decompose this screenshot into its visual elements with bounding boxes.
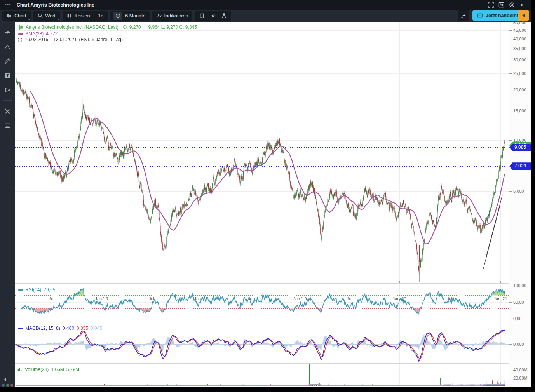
ohlc-values: O: 9,270 H: 9,964 L: 9,270 C: 9,345: [123, 24, 197, 30]
level-price-tag-1[interactable]: 9,085: [509, 144, 531, 151]
axis-tick-label: 15,000: [509, 108, 526, 113]
chart-menu-button[interactable]: Chart: [2, 11, 31, 21]
candles-icon: [67, 13, 72, 18]
horizontal-line-tool-icon[interactable]: [3, 28, 12, 37]
chart-tools-group: [195, 11, 231, 21]
theme-contrast-icon[interactable]: ◐: [4, 376, 8, 383]
axis-tick-label: 0,00: [509, 316, 521, 321]
drawing-sidebar: ◐: [0, 22, 15, 387]
flask-icon[interactable]: [218, 11, 229, 21]
triangle-tool-icon[interactable]: [3, 42, 12, 51]
volume-legend: Volume(28) 1,66M5,79M: [16, 366, 82, 373]
sidebar-divider: [3, 100, 12, 101]
candle-type-button: Kerzen: [75, 13, 90, 19]
main-toolbar: Chart Wert Kerzen 1d 6 Monate fx Indikat…: [0, 10, 531, 22]
axis-tick-label: 20,000: [509, 87, 526, 92]
bookmark-icon[interactable]: [197, 11, 207, 21]
price-axis[interactable]: 9,345 9,085 7,029 50,00045,00040,00035,0…: [509, 22, 531, 387]
axis-tick-label: 35,000: [509, 46, 526, 51]
settings-tools-icon[interactable]: [3, 106, 12, 116]
candles-icon: [18, 25, 23, 30]
clock-icon: [113, 12, 122, 20]
instrument-legend: Amyris Biotechnologies Inc. (NASDAQ, Las…: [17, 24, 200, 30]
axis-tick-label: 0,000: [509, 342, 524, 347]
axis-tick-label: 50,000: [509, 20, 526, 25]
collapse-panel-button[interactable]: [518, 10, 529, 21]
trade-now-button[interactable]: Jetzt handeln!: [472, 10, 523, 21]
axis-tick-label: 40,00M: [509, 368, 528, 372]
record-icon[interactable]: [508, 2, 515, 9]
fx-icon: fx: [157, 13, 161, 19]
palette-dot-red[interactable]: [10, 384, 13, 387]
axis-tick-label: 50,00: [509, 300, 524, 305]
rsi-dash-icon: [18, 289, 23, 291]
axis-tick-label: 20,00M: [509, 376, 528, 380]
clock-icon: [17, 37, 23, 42]
window-title: Chart Amyris Biotechnologies Inc: [17, 2, 94, 8]
sma-legend: SMA(38)4,772: [17, 31, 60, 37]
palette-dot-blue[interactable]: [2, 384, 5, 387]
level-price-tag-2[interactable]: 7,029: [509, 162, 531, 170]
macd-dash-icon: [18, 328, 23, 329]
axis-tick-label: 45,000: [509, 28, 526, 33]
trend-lines-tool-icon[interactable]: [3, 56, 12, 66]
chart-app: ••• Chart Amyris Biotechnologies Inc × C…: [0, 0, 535, 392]
snap-line-icon[interactable]: [207, 11, 218, 21]
macd-legend: MACD(12, 15, 8) 0,400 0,355 0,045: [17, 325, 105, 331]
window-menu-icon[interactable]: •••: [5, 2, 11, 8]
edit-annotation-tool-icon[interactable]: [3, 85, 12, 94]
axis-tick-label: 25,000: [509, 71, 526, 76]
window-titlebar: ••• Chart Amyris Biotechnologies Inc ×: [0, 0, 531, 10]
layout-panels-icon[interactable]: [3, 121, 12, 130]
axis-tick-label: 5,000: [509, 189, 524, 193]
close-icon[interactable]: ×: [519, 2, 526, 9]
main-chart-canvas[interactable]: [15, 22, 509, 387]
axis-tick-label: 100,00: [509, 283, 526, 288]
range-button[interactable]: 6 Monate: [110, 11, 150, 21]
volume-bars-icon: [17, 367, 23, 372]
axis-tick-label: 30,000: [509, 57, 526, 62]
daterange-legend: 19.02.2016 – 13.01.2021 (EST, 5 Jahre, 1…: [16, 37, 125, 43]
sma-dash-icon: [18, 33, 23, 35]
interval-button[interactable]: 1d: [98, 13, 103, 19]
wert-search-button[interactable]: Wert: [33, 11, 60, 21]
axis-tick-label: 40,000: [509, 37, 526, 41]
fullscreen-icon[interactable]: [487, 2, 494, 9]
popout-icon[interactable]: [498, 2, 505, 9]
magic-tools-button[interactable]: [458, 10, 469, 21]
palette-dot-green[interactable]: [6, 384, 9, 387]
candle-type-group[interactable]: Kerzen 1d: [63, 11, 108, 21]
text-tool-icon[interactable]: [3, 71, 12, 80]
indicators-button[interactable]: fx Indikatoren: [152, 11, 192, 21]
rsi-legend: RSI(14)79,65: [17, 287, 58, 293]
